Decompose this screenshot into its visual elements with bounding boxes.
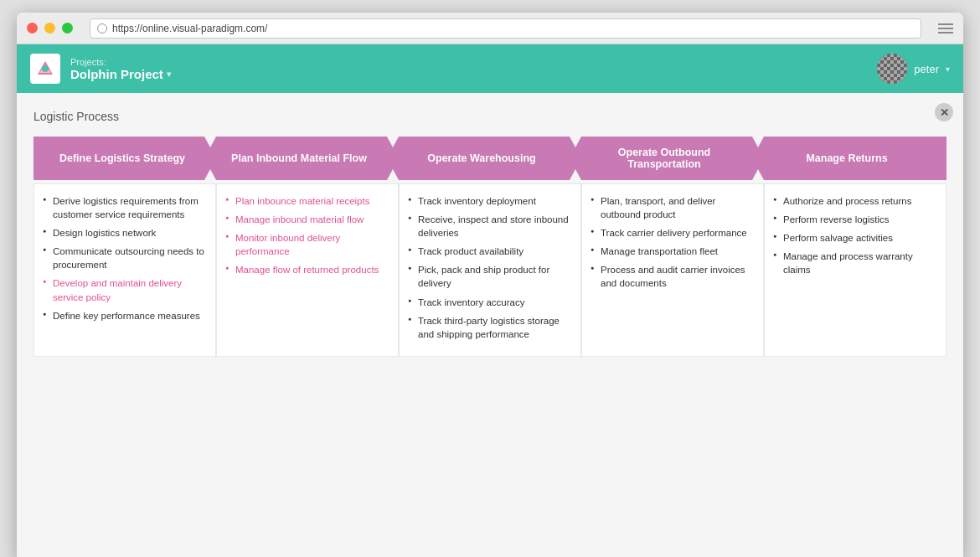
app-logo[interactable]: [30, 54, 60, 84]
list-item: Plan inbounce material receipts: [225, 194, 388, 208]
main-content: ✕ Logistic Process Define Logistics Stra…: [17, 93, 963, 557]
list-item: Track inventory deployment: [408, 194, 570, 208]
list-item: Design logistics network: [43, 226, 205, 240]
list-item: Process and audit carrier invoices and d…: [591, 263, 753, 290]
step-body-operate-warehousing: Track inventory deployment Receive, insp…: [399, 183, 581, 357]
process-flow: Define Logistics Strategy Derive logisti…: [34, 137, 946, 357]
project-info: Projects: Dolphin Project ▾: [70, 57, 171, 81]
list-item: Receive, inspect and store inbound deliv…: [408, 213, 570, 240]
step-body-manage-returns: Authorize and process returns Perform re…: [764, 183, 946, 357]
list-item: Define key performance measures: [43, 309, 205, 322]
step-plan-inbound: Plan Inbound Material Flow Plan inbounce…: [216, 137, 399, 357]
list-item: Plan, transport, and deliver outbound pr…: [591, 194, 753, 221]
list-item: Derive logistics requirements from custo…: [43, 194, 205, 221]
step-header-operate-warehousing[interactable]: Operate Warehousing: [387, 137, 581, 180]
list-item: Monitor inbound delivery performance: [225, 231, 388, 258]
step-manage-returns: Manage Returns Authorize and process ret…: [764, 137, 946, 357]
svg-point-2: [42, 65, 49, 72]
url-security-icon: [97, 23, 107, 34]
list-item: Authorize and process returns: [773, 194, 936, 208]
list-item: Communicate outsourcing needs to procure…: [43, 245, 205, 271]
project-label: Projects:: [70, 57, 171, 67]
page-title: Logistic Process: [34, 110, 946, 123]
close-window-button[interactable]: [27, 23, 38, 34]
list-item: Manage and process warranty claims: [773, 250, 936, 276]
list-item: Track inventory accuracy: [408, 296, 570, 309]
url-bar[interactable]: https://online.visual-paradigm.com/: [90, 18, 921, 39]
app-header: Projects: Dolphin Project ▾ peter ▾: [17, 44, 963, 93]
list-item: Develop and maintain delivery service po…: [43, 276, 205, 303]
avatar[interactable]: [877, 54, 907, 84]
list-item: Track carrier delivery performance: [591, 226, 753, 240]
list-item: Manage flow of returned products: [225, 263, 388, 276]
list-item: Pick, pack and ship product for delivery: [408, 263, 570, 290]
user-name: peter: [914, 63, 939, 75]
step-body-operate-outbound: Plan, transport, and deliver outbound pr…: [581, 183, 764, 357]
header-right: peter ▾: [877, 54, 950, 84]
step-header-operate-outbound[interactable]: Operate Outbound Transportation: [570, 137, 764, 180]
step-body-plan-inbound: Plan inbounce material receipts Manage i…: [216, 183, 399, 357]
step-header-plan-inbound[interactable]: Plan Inbound Material Flow: [204, 137, 399, 180]
step-operate-outbound: Operate Outbound Transportation Plan, tr…: [581, 137, 764, 357]
url-text: https://online.visual-paradigm.com/: [112, 23, 267, 34]
step-header-manage-returns[interactable]: Manage Returns: [752, 137, 946, 180]
titlebar: https://online.visual-paradigm.com/: [17, 13, 963, 44]
user-dropdown-arrow: ▾: [946, 64, 950, 74]
step-operate-warehousing: Operate Warehousing Track inventory depl…: [399, 137, 581, 357]
menu-icon[interactable]: [938, 23, 953, 34]
list-item: Perform salvage activities: [773, 231, 936, 245]
project-name[interactable]: Dolphin Project ▾: [70, 67, 171, 81]
list-item: Manage inbound material flow: [225, 213, 388, 226]
list-item: Manage transportation fleet: [591, 245, 753, 258]
step-body-define-logistics: Derive logistics requirements from custo…: [34, 183, 216, 357]
maximize-window-button[interactable]: [62, 23, 73, 34]
minimize-window-button[interactable]: [44, 23, 55, 34]
app-window: https://online.visual-paradigm.com/ Proj…: [17, 13, 963, 557]
list-item: Perform reverse logistics: [773, 213, 936, 226]
list-item: Track product availability: [408, 245, 570, 258]
step-header-define-logistics[interactable]: Define Logistics Strategy: [34, 137, 216, 180]
project-dropdown-arrow: ▾: [167, 70, 171, 79]
step-define-logistics: Define Logistics Strategy Derive logisti…: [34, 137, 216, 357]
list-item: Track third-party logistics storage and …: [408, 314, 570, 341]
close-diagram-button[interactable]: ✕: [935, 103, 953, 121]
